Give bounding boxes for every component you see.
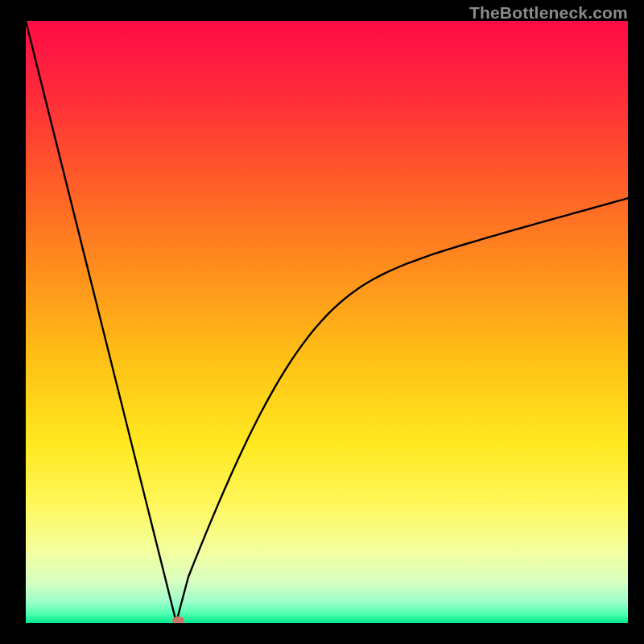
- bottleneck-chart: [26, 21, 628, 623]
- gradient-background: [26, 21, 628, 623]
- plot-area: [26, 21, 628, 623]
- chart-frame: TheBottleneck.com: [0, 0, 644, 644]
- watermark-text: TheBottleneck.com: [469, 3, 628, 23]
